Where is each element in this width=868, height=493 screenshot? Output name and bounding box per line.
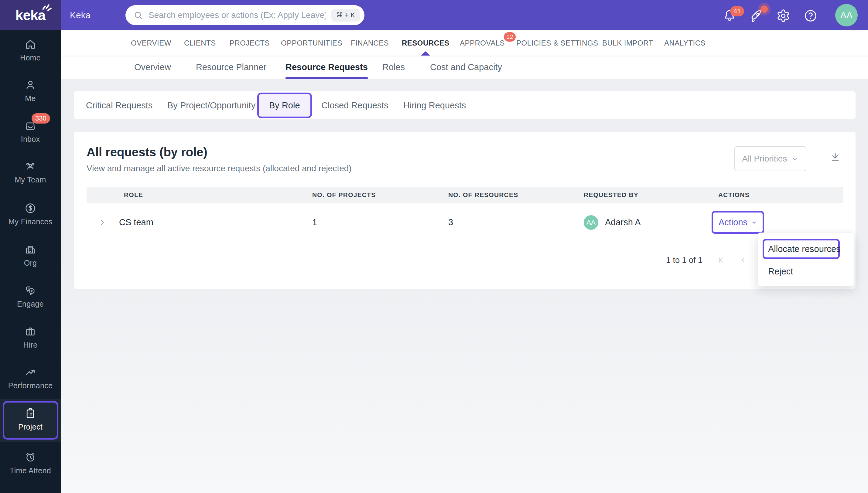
all-requests-card: All requests (by role) View and manage a…	[73, 132, 856, 289]
subtab-resource-planner[interactable]: Resource Planner	[196, 56, 266, 79]
project-clipboard-icon	[24, 407, 37, 420]
search-shortcut-badge: ⌘ + K	[331, 9, 360, 22]
sidebar-item-me[interactable]: Me	[0, 79, 61, 103]
tab-approvals[interactable]: APPROVALS 12	[460, 30, 505, 56]
request-filter-tabs: Critical Requests By Project/Opportunity…	[73, 91, 856, 119]
projects-count: 1	[312, 217, 448, 228]
sidebar-item-label: Home	[20, 53, 41, 62]
previous-page-icon[interactable]	[739, 256, 747, 264]
person-icon	[24, 79, 37, 91]
global-search-input[interactable]: Search employees or actions (Ex: Apply L…	[125, 5, 364, 25]
role-name: CS team	[119, 217, 153, 228]
tab-clients[interactable]: CLIENTS	[184, 30, 216, 56]
sidebar-item-label: Engage	[17, 300, 44, 308]
sidebar-item-label: My Finances	[8, 217, 52, 226]
logo-spark-icon	[42, 3, 52, 13]
tab-policies-settings[interactable]: POLICIES & SETTINGS	[516, 30, 598, 56]
filter-hiring-requests[interactable]: Hiring Requests	[403, 91, 466, 119]
page-subtitle: View and manage all active resource requ…	[87, 164, 352, 173]
team-icon	[24, 160, 37, 172]
first-page-icon[interactable]	[717, 256, 725, 264]
sidebar-item-label: Project	[18, 423, 43, 431]
filter-by-role[interactable]: By Role	[257, 92, 312, 118]
filter-by-project-opportunity[interactable]: By Project/Opportunity	[167, 91, 255, 119]
keka-wordmark: keka	[16, 8, 45, 22]
subtab-cost-and-capacity[interactable]: Cost and Capacity	[430, 56, 502, 79]
user-avatar[interactable]: AA	[835, 4, 858, 26]
sidebar-item-home[interactable]: Home	[0, 38, 61, 62]
requester-avatar: AA	[584, 215, 598, 230]
help-icon[interactable]	[804, 9, 818, 23]
subtab-overview[interactable]: Overview	[134, 56, 171, 79]
col-no-of-projects: NO. OF PROJECTS	[312, 191, 448, 198]
col-actions: ACTIONS	[718, 191, 843, 198]
sidebar-item-hire[interactable]: Hire	[0, 325, 61, 349]
col-no-of-resources: NO. OF RESOURCES	[448, 191, 584, 198]
actions-label: Actions	[719, 217, 747, 228]
tab-opportunities[interactable]: OPPORTUNITIES	[281, 30, 342, 56]
subtab-roles[interactable]: Roles	[382, 56, 405, 79]
sidebar-item-org[interactable]: Org	[0, 243, 61, 267]
subtab-resource-requests[interactable]: Resource Requests	[285, 56, 368, 79]
page-title: All requests (by role)	[87, 145, 208, 159]
top-bar: keka Keka Search employees or actions (E…	[0, 0, 868, 30]
home-icon	[24, 38, 37, 50]
main-nav: OVERVIEW CLIENTS PROJECTS OPPORTUNITIES …	[61, 30, 868, 56]
tab-analytics[interactable]: ANALYTICS	[664, 30, 705, 56]
menu-item-allocate-resources[interactable]: Allocate resources	[763, 239, 840, 259]
table-header-row: ROLE NO. OF PROJECTS NO. OF RESOURCES RE…	[87, 187, 843, 203]
download-icon[interactable]	[830, 151, 841, 163]
page-content: Critical Requests By Project/Opportunity…	[61, 79, 868, 493]
org-icon	[24, 243, 37, 256]
search-icon	[133, 10, 143, 20]
sidebar-item-label: Org	[24, 259, 37, 267]
tab-bulk-import[interactable]: BULK IMPORT	[602, 30, 653, 56]
sidebar-item-performance[interactable]: Performance	[0, 366, 61, 390]
tab-projects[interactable]: PROJECTS	[230, 30, 270, 56]
search-placeholder: Search employees or actions (Ex: Apply L…	[149, 10, 325, 20]
keka-logo[interactable]: keka	[0, 0, 61, 30]
sidebar-item-label: Time Attend	[10, 466, 51, 475]
table-row: CS team 1 3 AA Adarsh A Actions	[87, 203, 843, 242]
tab-resources[interactable]: RESOURCES	[402, 30, 449, 56]
sidebar-item-inbox[interactable]: Inbox	[0, 120, 61, 144]
col-role: ROLE	[87, 191, 312, 198]
finances-icon	[24, 202, 37, 214]
rocket-alert-dot	[761, 5, 768, 13]
row-expand-chevron-icon[interactable]	[98, 218, 107, 227]
filter-closed-requests[interactable]: Closed Requests	[321, 91, 388, 119]
resources-count: 3	[448, 217, 584, 228]
sidebar-item-my-team[interactable]: My Team	[0, 160, 61, 184]
time-attend-clock-icon	[24, 451, 37, 463]
actions-dropdown-button[interactable]: Actions	[712, 211, 764, 234]
tab-finances[interactable]: FINANCES	[351, 30, 389, 56]
menu-item-reject[interactable]: Reject	[768, 264, 793, 279]
col-requested-by: REQUESTED BY	[584, 191, 718, 198]
sidebar-item-label: Hire	[23, 341, 37, 349]
topbar-divider	[827, 8, 827, 22]
tab-approvals-label: APPROVALS	[460, 39, 505, 47]
sidebar-item-label: Me	[25, 94, 36, 103]
priority-filter-dropdown[interactable]: All Priorities	[734, 146, 806, 171]
pagination-bar: 1 to 1 of 1	[87, 242, 843, 278]
tab-overview[interactable]: OVERVIEW	[131, 30, 171, 56]
sidebar-item-engage[interactable]: Engage	[0, 284, 61, 308]
settings-gear-icon[interactable]	[776, 9, 790, 23]
sidebar-item-label: My Team	[15, 175, 46, 184]
app-title: Keka	[70, 0, 90, 30]
performance-icon	[24, 366, 37, 378]
sidebar-item-label: Performance	[8, 381, 52, 390]
sidebar-item-time-attend[interactable]: Time Attend	[0, 451, 61, 475]
sidebar-item-my-finances[interactable]: My Finances	[0, 202, 61, 226]
sidebar-item-project[interactable]: Project	[0, 407, 61, 431]
engage-icon	[24, 284, 37, 297]
approvals-count-badge: 12	[504, 32, 516, 42]
pagination-summary: 1 to 1 of 1	[666, 256, 702, 265]
notification-count-badge: 41	[730, 6, 744, 16]
resources-sub-nav: Overview Resource Planner Resource Reque…	[61, 56, 868, 79]
filter-critical-requests[interactable]: Critical Requests	[86, 91, 152, 119]
sidebar: Home Me Inbox 330 My Team My Finances Or…	[0, 30, 61, 493]
requests-table: ROLE NO. OF PROJECTS NO. OF RESOURCES RE…	[87, 187, 843, 278]
hire-icon	[24, 325, 37, 338]
actions-dropdown-menu: Allocate resources Reject	[758, 233, 854, 286]
